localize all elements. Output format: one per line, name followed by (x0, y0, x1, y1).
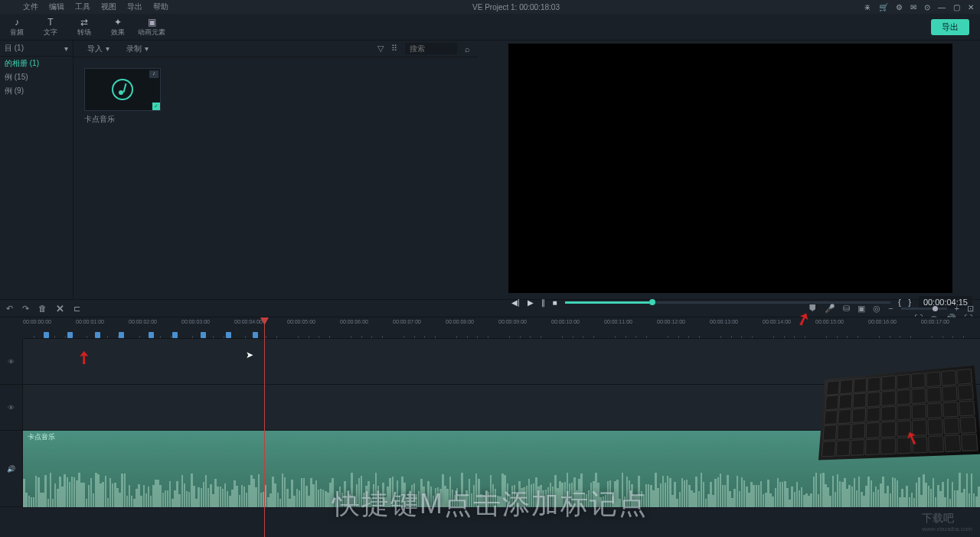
chevron-down-icon: ▾ (64, 44, 68, 53)
tab-effects[interactable]: ✦ 效果 (101, 14, 135, 41)
transition-icon: ⇄ (80, 17, 88, 28)
minimize-icon[interactable]: — (938, 3, 946, 11)
sidebar-selector[interactable]: 目 (1)▾ (0, 41, 73, 57)
import-dropdown[interactable]: 导入▾ (81, 44, 116, 54)
close-icon[interactable]: ✕ (968, 3, 974, 11)
mail-icon[interactable]: ✉ (910, 3, 916, 11)
timeline-tick: 00:00:12:00 (657, 319, 685, 324)
menu-export[interactable]: 导出 (127, 2, 142, 12)
timeline-marker[interactable] (149, 332, 154, 338)
grid-icon[interactable]: ⠿ (391, 44, 397, 54)
cut-icon[interactable]: ✕ (56, 303, 64, 314)
menu-tools[interactable]: 工具 (75, 2, 90, 12)
timeline-marker[interactable] (226, 332, 231, 338)
timeline-tick: 00:00:03:00 (181, 319, 210, 324)
preview-progress[interactable] (565, 301, 891, 304)
search-input[interactable] (405, 43, 457, 54)
tab-text[interactable]: T 文字 (34, 14, 67, 41)
menu-view[interactable]: 视图 (101, 2, 116, 12)
crop-icon[interactable]: ▣ (858, 304, 865, 314)
tab-transition-label: 转场 (77, 28, 91, 37)
tab-audio[interactable]: ♪ 音频 (0, 14, 34, 41)
timeline-tick: 00:00:04:00 (234, 319, 263, 324)
timeline-tick: 00:00:00:00 (23, 319, 51, 324)
menu-edit[interactable]: 编辑 (49, 2, 64, 12)
timeline-tick: 00:00:01:00 (76, 319, 104, 324)
delete-icon[interactable]: 🗑 (38, 304, 47, 313)
search-icon[interactable]: ⌕ (465, 44, 470, 54)
zoom-slider[interactable] (901, 308, 947, 310)
timeline-tick: 00:00:06:00 (340, 319, 368, 324)
media-thumbnails: ♪ ✓ 卡点音乐 (74, 57, 478, 135)
maximize-icon[interactable]: ▢ (953, 3, 960, 11)
tab-effects-label: 效果 (111, 28, 125, 37)
progress-knob[interactable] (649, 299, 655, 305)
pause-button[interactable]: ∥ (541, 298, 545, 307)
timeline-tick: 00:00:16:00 (868, 319, 897, 324)
timeline-tick: 00:00:13:00 (710, 319, 738, 324)
timeline-marker[interactable] (253, 332, 258, 338)
timeline-tick: 00:00:15:00 (815, 319, 844, 324)
timeline-marker[interactable] (44, 332, 49, 338)
shield-icon[interactable]: ⛊ (808, 304, 817, 313)
tab-text-label: 文字 (44, 28, 57, 37)
sidebar-item-album[interactable]: 的相册 (1) (0, 57, 73, 70)
tab-transition[interactable]: ⇄ 转场 (67, 14, 101, 41)
bell-icon[interactable]: ⊙ (924, 3, 930, 11)
track-head-icon[interactable]: 👁 (0, 385, 23, 430)
track-mute-icon[interactable]: 🔊 (0, 431, 23, 506)
window-title: VE Project 1: 00:00:18:03 (168, 3, 864, 11)
sidebar-item-sample2[interactable]: 例 (9) (0, 84, 73, 98)
prev-frame-button[interactable]: ◀| (511, 298, 520, 307)
menu-file[interactable]: 文件 (23, 2, 38, 12)
mixer-icon[interactable]: ⛁ (843, 304, 850, 314)
audio-badge-icon: ♪ (149, 70, 158, 78)
window-controls: ⛯ 🛒 ⚙ ✉ ⊙ — ▢ ✕ (864, 3, 980, 11)
stop-button[interactable]: ■ (553, 298, 557, 307)
timeline-marker[interactable] (119, 332, 124, 338)
watermark: 下载吧 www.xiazaiba.com (922, 512, 972, 532)
timeline-marker[interactable] (201, 332, 206, 338)
record-dropdown[interactable]: 录制▾ (120, 44, 155, 54)
timeline-marker[interactable] (95, 332, 100, 338)
zoom-in-icon[interactable]: + (955, 304, 959, 313)
export-button[interactable]: 导出 (931, 19, 969, 35)
preview-panel: ◀| ▶ ∥ ■ { } 00:00:04:15 ⛶ ◉ 🔊 ⛶ (478, 41, 980, 299)
play-button[interactable]: ▶ (528, 298, 534, 307)
zoom-fit-icon[interactable]: ⊡ (967, 304, 974, 314)
media-panel: 导入▾ 录制▾ ▽ ⠿ ⌕ ♪ ✓ 卡点音乐 (74, 41, 478, 299)
timeline-tick: 00:00:09:00 (498, 319, 527, 324)
zoom-out-icon[interactable]: − (888, 304, 893, 313)
filter-icon[interactable]: ▽ (377, 44, 384, 54)
menu-help[interactable]: 帮助 (153, 2, 168, 12)
cart-icon[interactable]: 🛒 (879, 3, 888, 11)
mic-icon[interactable]: 🎤 (825, 304, 835, 314)
tab-elements[interactable]: ▣ 动画元素 (135, 14, 168, 41)
undo-icon[interactable]: ↶ (6, 304, 13, 314)
timeline-marker[interactable] (67, 332, 73, 338)
preview-screen[interactable] (508, 44, 952, 293)
tab-elements-label: 动画元素 (138, 28, 165, 37)
text-icon: T (47, 17, 53, 28)
menu-bar: 文件 编辑 工具 视图 导出 帮助 (0, 2, 168, 12)
timeline-tick: 00:00:14:00 (763, 319, 791, 324)
track-head-icon[interactable]: 👁 (0, 339, 23, 384)
timeline-tick: 00:00:02:00 (129, 319, 157, 324)
timeline-ruler[interactable]: 00:00:00:0000:00:01:0000:00:02:0000:00:0… (23, 317, 980, 339)
timeline-marker[interactable] (172, 332, 178, 338)
settings-icon[interactable]: ⚙ (896, 3, 903, 11)
sidebar: 目 (1)▾ 的相册 (1) 例 (15) 例 (9) (0, 41, 74, 299)
render-icon[interactable]: ◎ (873, 304, 880, 314)
media-item-audio[interactable]: ♪ ✓ 卡点音乐 (84, 68, 161, 125)
playhead[interactable] (264, 317, 265, 537)
user-icon[interactable]: ⛯ (864, 3, 871, 11)
title-bar: 文件 编辑 工具 视图 导出 帮助 VE Project 1: 00:00:18… (0, 0, 980, 14)
timeline-tick: 00:00:11:00 (604, 319, 632, 324)
tab-audio-label: 音频 (10, 28, 24, 37)
split-icon[interactable]: ⊏ (74, 304, 80, 314)
sidebar-item-sample1[interactable]: 例 (15) (0, 70, 73, 84)
timeline-tick: 00:00:17:00 (921, 319, 949, 324)
timeline-tick: 00:00:10:00 (551, 319, 580, 324)
media-item-name: 卡点音乐 (84, 114, 161, 125)
redo-icon[interactable]: ↷ (22, 304, 29, 314)
